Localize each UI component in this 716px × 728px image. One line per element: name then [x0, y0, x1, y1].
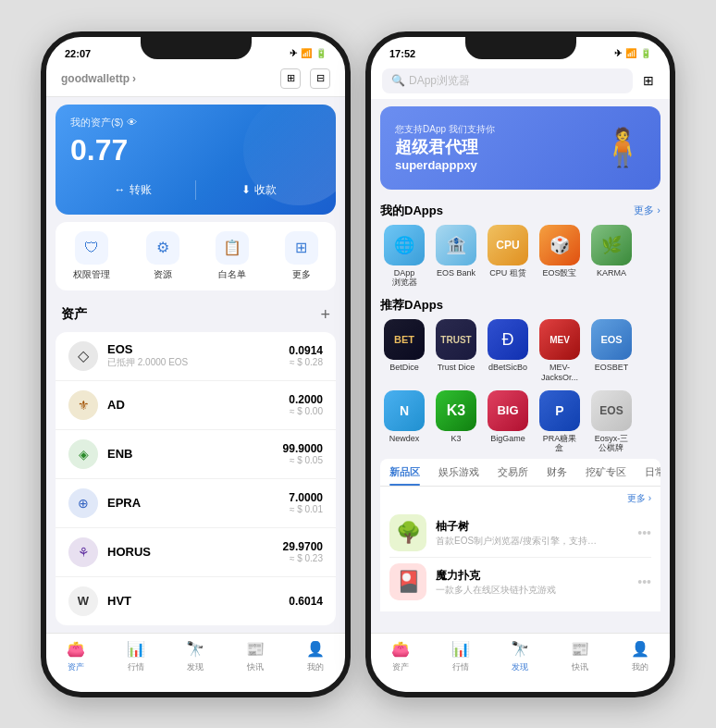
nav2-assets[interactable]: 👛 资产: [371, 639, 431, 673]
nav-discover[interactable]: 🔭 发现: [166, 639, 226, 673]
add-asset-button[interactable]: +: [320, 305, 330, 325]
new-app-yuzushu[interactable]: 🌳 柚子树 首款EOS制户浏览器/搜索引擎，支持接关... •••: [389, 509, 651, 558]
asset-eos[interactable]: ◇ EOS 已抵押 2.0000 EOS 0.0914 ≈ $ 0.28: [56, 332, 336, 381]
dapp-eosyx[interactable]: EOS Eosyx-三公棋牌: [587, 390, 636, 454]
dapp-betdice[interactable]: BET BetDice: [380, 319, 428, 383]
dapp-mev-label: MEV-JacksOr...: [541, 363, 578, 383]
asset-horus[interactable]: ⚘ HORUS 29.9700 ≈ $ 0.23: [56, 528, 336, 577]
dapp-k3[interactable]: K3 K3: [432, 390, 480, 454]
epra-info: EPRA: [107, 496, 279, 510]
nav-assets[interactable]: 👛 资产: [46, 639, 106, 673]
horus-amount: 29.9700: [283, 540, 323, 553]
balance-label: 我的资产($) 👁: [70, 116, 321, 130]
scan-icon-2[interactable]: ⊞: [638, 70, 659, 91]
dapp-browser-icon: 🌐: [384, 225, 425, 265]
nav2-assets-label: 资产: [392, 661, 409, 673]
quick-action-more[interactable]: ⊞ 更多: [285, 231, 318, 281]
poker-menu[interactable]: •••: [637, 574, 651, 589]
hvt-info: HVT: [107, 594, 279, 608]
dapp-browser[interactable]: 🌐 DApp浏览器: [380, 225, 428, 289]
eye-icon[interactable]: 👁: [127, 117, 137, 128]
nav2-assets-icon: 👛: [390, 639, 411, 660]
new-apps-list: 更多 › 🌳 柚子树 首款EOS制户浏览器/搜索引擎，支持接关... ••• 🎴: [380, 487, 660, 611]
new-app-poker[interactable]: 🎴 魔力扑克 一款多人在线区块链扑克游戏 •••: [389, 558, 651, 606]
nav2-news-label: 快讯: [572, 661, 588, 673]
dapp-trustdice-icon: TRUST: [436, 319, 476, 360]
dapp-eosyx-label: Eosyx-三公棋牌: [595, 434, 629, 454]
tab-new[interactable]: 新品区: [380, 459, 429, 486]
quick-action-resource[interactable]: ⚙ 资源: [146, 231, 179, 281]
new-apps-more[interactable]: 更多 ›: [627, 492, 651, 505]
asset-hvt[interactable]: W HVT 0.6014: [56, 577, 336, 625]
nav2-profile[interactable]: 👤 我的: [610, 639, 670, 673]
dapp-biggame[interactable]: BIG BigGame: [484, 390, 532, 454]
yuzushu-desc: 首款EOS制户浏览器/搜索引擎，支持接关...: [436, 535, 602, 548]
horus-info: HORUS: [107, 545, 274, 559]
nav-market[interactable]: 📊 行情: [106, 639, 167, 673]
dapp-eosbank[interactable]: 🏦 EOS Bank: [432, 225, 480, 289]
asset-ad[interactable]: ⚜ AD 0.2000 ≈ $ 0.00: [56, 381, 336, 430]
dapp-pra[interactable]: P PRA糖果盒: [536, 390, 584, 454]
enb-value: 99.9000 ≈ $ 0.05: [283, 442, 323, 465]
nav-assets-icon: 👛: [66, 639, 86, 660]
dapp-search-input[interactable]: 🔍 DApp浏览器: [382, 68, 633, 93]
chevron-icon: ›: [132, 72, 136, 85]
notch-2: [465, 37, 576, 59]
yuzushu-menu[interactable]: •••: [637, 525, 651, 540]
nav-news-icon: 📰: [245, 639, 265, 660]
nav-market-icon: 📊: [126, 639, 146, 660]
epra-icon: ⊕: [68, 488, 98, 518]
resource-label: 资源: [154, 268, 172, 281]
tab-exchange[interactable]: 交易所: [488, 459, 537, 486]
enb-icon: ◈: [68, 439, 98, 469]
search-bar: 🔍 DApp浏览器 ⊞: [371, 63, 670, 99]
yuzushu-name: 柚子树: [436, 519, 628, 535]
transfer-icon: ↔: [115, 183, 126, 196]
asset-enb[interactable]: ◈ ENB 99.9000 ≈ $ 0.05: [56, 430, 336, 479]
tab-entertainment[interactable]: 娱乐游戏: [429, 459, 488, 486]
dapp-eossibo[interactable]: 🎲 EOS骰宝: [536, 225, 584, 289]
assets-section-header: 资产 +: [46, 298, 345, 332]
phone-dapp: 17:52 ✈ 📶 🔋 🔍 DApp浏览器 ⊞: [365, 31, 675, 697]
search-icon: 🔍: [391, 74, 405, 87]
nav-news[interactable]: 📰 快讯: [226, 639, 286, 673]
dapp-cpu[interactable]: CPU CPU 租赁: [484, 225, 532, 289]
my-dapps-more[interactable]: 更多 ›: [634, 204, 660, 217]
quick-action-permission[interactable]: 🛡 权限管理: [73, 231, 110, 281]
rec-dapps-header: 推荐DApps: [380, 291, 660, 319]
ad-usd: ≈ $ 0.00: [289, 406, 323, 416]
dapp-trustdice[interactable]: TRUST Trust Dice: [432, 319, 480, 383]
dapp-karma-icon: 🌿: [591, 225, 632, 265]
poker-name: 魔力扑克: [436, 568, 628, 584]
nav2-market[interactable]: 📊 行情: [431, 639, 491, 673]
asset-epra[interactable]: ⊕ EPRA 7.0000 ≈ $ 0.01: [56, 479, 336, 528]
tab-daily[interactable]: 日常工...: [636, 459, 660, 486]
tab-mining[interactable]: 挖矿专区: [576, 459, 636, 486]
wallet-name[interactable]: goodwallettp ›: [61, 72, 136, 85]
nav2-discover[interactable]: 🔭 发现: [490, 639, 550, 673]
quick-action-whitelist[interactable]: 📋 白名单: [216, 231, 249, 281]
nav2-news[interactable]: 📰 快讯: [550, 639, 611, 673]
dapp-mev[interactable]: MEV MEV-JacksOr...: [536, 319, 584, 383]
dapp-eosbet[interactable]: EOS EOSBET: [587, 319, 636, 383]
dapp-pra-icon: P: [539, 390, 580, 431]
nav2-news-icon: 📰: [570, 639, 590, 660]
bottom-nav-1: 👛 资产 📊 行情 🔭 发现 📰 快讯 👤 我的: [46, 633, 345, 692]
transfer-button[interactable]: ↔ 转账: [70, 177, 195, 204]
wallet-switch-icon[interactable]: ⊟: [310, 68, 330, 89]
dapp-newdex-label: Newdex: [389, 434, 420, 444]
poker-icon: 🎴: [389, 563, 426, 600]
hvt-name: HVT: [107, 594, 279, 608]
qr-scan-icon[interactable]: ⊞: [280, 68, 301, 89]
eos-usd: ≈ $ 0.28: [289, 357, 323, 367]
dapp-dbetsicbo[interactable]: Ð dBetSicBo: [484, 319, 532, 383]
my-dapps-grid: 🌐 DApp浏览器 🏦 EOS Bank CPU CPU 租赁 🎲: [380, 225, 660, 289]
dapp-newdex[interactable]: N Newdex: [380, 390, 428, 454]
new-apps-header: 更多 ›: [389, 492, 651, 505]
tab-finance[interactable]: 财务: [537, 459, 576, 486]
dapp-eosbet-label: EOSBET: [595, 363, 629, 373]
promo-banner[interactable]: 您支持DApp 我们支持你 超级君代理 superdapppxy 🧍: [380, 106, 660, 190]
dapp-karma[interactable]: 🌿 KARMA: [587, 225, 636, 289]
asset-list: ◇ EOS 已抵押 2.0000 EOS 0.0914 ≈ $ 0.28 ⚜: [56, 332, 336, 625]
nav-profile[interactable]: 👤 我的: [285, 639, 345, 673]
